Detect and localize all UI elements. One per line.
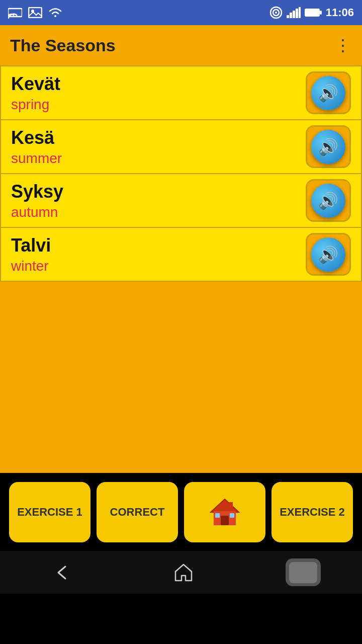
audio-circle-3: 🔊: [311, 184, 345, 218]
audio-circle-1: 🔊: [311, 76, 345, 110]
audio-circle-4: 🔊: [311, 237, 345, 272]
vocab-word-4: Talvi: [11, 234, 306, 256]
svg-rect-10: [296, 9, 298, 18]
page-title: The Seasons: [10, 36, 116, 55]
cast-icon: [8, 7, 22, 19]
vocab-item-winter: Talvi winter 🔊: [1, 228, 361, 281]
main-content: Kevät spring 🔊 Kesä summer 🔊: [0, 65, 362, 473]
wifi-icon: [48, 7, 62, 18]
svg-marker-20: [175, 565, 192, 581]
speaker-icon-4: 🔊: [318, 245, 338, 264]
vocab-translation-4: winter: [11, 258, 306, 274]
empty-area: [0, 282, 362, 473]
recents-icon: [289, 562, 317, 583]
signal-icon: [287, 7, 301, 18]
svg-rect-9: [293, 11, 295, 18]
svg-rect-2: [29, 8, 42, 18]
android-home-icon: [174, 564, 193, 582]
menu-button[interactable]: ⋮: [335, 36, 352, 55]
back-icon: [51, 562, 71, 583]
bottom-buttons: EXERCISE 1 CORRECT EXERCISE 2: [0, 473, 362, 551]
vocab-translation-2: summer: [11, 150, 306, 167]
vocab-translation-1: spring: [11, 97, 306, 113]
svg-rect-8: [290, 13, 292, 18]
svg-rect-11: [299, 7, 301, 18]
vocab-translation-3: autumn: [11, 204, 306, 220]
audio-button-3[interactable]: 🔊: [306, 179, 351, 222]
status-bar: 11:06: [0, 0, 362, 25]
svg-rect-17: [221, 516, 229, 525]
vocab-text-spring: Kevät spring: [11, 73, 306, 113]
status-time: 11:06: [326, 6, 354, 19]
vocab-word-3: Syksy: [11, 181, 306, 202]
exercise2-button[interactable]: EXERCISE 2: [272, 482, 353, 542]
audio-button-4[interactable]: 🔊: [306, 233, 351, 276]
exercise1-label: EXERCISE 1: [17, 506, 82, 519]
vocab-list: Kevät spring 🔊 Kesä summer 🔊: [0, 65, 362, 282]
status-icons-right: 11:06: [269, 6, 354, 19]
vocab-text-autumn: Syksy autumn: [11, 181, 306, 220]
svg-rect-15: [229, 502, 233, 509]
android-home-button[interactable]: [163, 552, 204, 593]
back-button[interactable]: [41, 552, 81, 593]
vocab-item-autumn: Syksy autumn 🔊: [1, 174, 361, 228]
speaker-icon-1: 🔊: [318, 84, 338, 103]
vocab-word-2: Kesä: [11, 127, 306, 148]
svg-rect-19: [230, 513, 234, 518]
target-icon: [269, 6, 283, 19]
vocab-text-winter: Talvi winter: [11, 234, 306, 274]
vocab-item-summer: Kesä summer 🔊: [1, 120, 361, 174]
exercise1-button[interactable]: EXERCISE 1: [9, 482, 90, 542]
toolbar: The Seasons ⋮: [0, 25, 362, 65]
exercise2-label: EXERCISE 2: [280, 506, 345, 519]
svg-rect-12: [305, 9, 320, 17]
speaker-icon-2: 🔊: [318, 137, 338, 156]
audio-button-2[interactable]: 🔊: [306, 125, 351, 168]
image-icon: [28, 7, 42, 18]
battery-icon: [305, 8, 322, 18]
home-icon-container: [210, 498, 240, 526]
correct-button[interactable]: CORRECT: [97, 482, 178, 542]
svg-rect-18: [215, 513, 220, 518]
vocab-text-summer: Kesä summer: [11, 127, 306, 167]
audio-button-1[interactable]: 🔊: [306, 71, 351, 114]
recents-button[interactable]: [286, 558, 321, 586]
house-icon: [210, 498, 240, 526]
svg-rect-13: [320, 11, 322, 15]
nav-bar: [0, 551, 362, 594]
correct-label: CORRECT: [110, 506, 165, 519]
vocab-item-spring: Kevät spring 🔊: [1, 66, 361, 120]
audio-circle-2: 🔊: [311, 130, 345, 164]
speaker-icon-3: 🔊: [318, 191, 338, 210]
home-button[interactable]: [184, 482, 265, 542]
svg-point-6: [275, 12, 277, 14]
svg-marker-14: [211, 499, 239, 512]
svg-rect-7: [287, 15, 289, 18]
status-icons-left: [8, 7, 62, 19]
vocab-word-1: Kevät: [11, 73, 306, 95]
